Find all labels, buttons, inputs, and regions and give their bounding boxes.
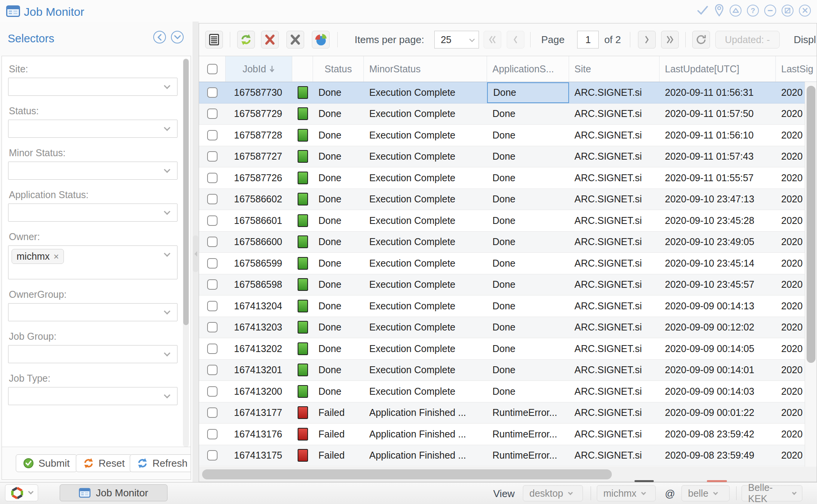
table-row[interactable]: 167413203DoneExecution CompleteDoneARC.S…: [199, 317, 817, 339]
selector-field-select[interactable]: [8, 345, 177, 363]
reset-button[interactable]: Reset: [76, 454, 132, 472]
table-row[interactable]: 167413177FailedApplication Finished ...R…: [199, 402, 817, 424]
table-row[interactable]: 167587726DoneExecution CompleteDoneARC.S…: [199, 167, 817, 189]
table-row[interactable]: 167586599DoneExecution CompleteDoneARC.S…: [199, 253, 817, 274]
selector-field-select[interactable]: [8, 120, 177, 138]
column-header-status-icon[interactable]: [292, 56, 313, 82]
grid-horizontal-scrollbar-thumb[interactable]: [202, 469, 612, 479]
grid-vertical-scrollbar[interactable]: [805, 82, 817, 467]
setup-dropdown[interactable]: Belle-KEK: [742, 485, 802, 501]
prev-page-button[interactable]: [507, 31, 524, 48]
cell-last_update: 2020-09-09 00:14:05: [660, 338, 776, 359]
selector-field-select[interactable]: [8, 204, 177, 222]
row-checkbox[interactable]: [207, 344, 218, 354]
refresh-button[interactable]: Refresh: [130, 454, 191, 472]
table-row[interactable]: 167586602DoneExecution CompleteDoneARC.S…: [199, 189, 817, 210]
row-checkbox[interactable]: [207, 258, 218, 269]
cell-minor_status: Execution Complete: [364, 360, 487, 381]
column-header-jobid[interactable]: JobId: [226, 56, 292, 82]
row-checkbox[interactable]: [207, 237, 218, 247]
row-checkbox[interactable]: [207, 173, 218, 183]
maximize-icon[interactable]: [782, 5, 794, 17]
table-row[interactable]: 167413175FailedApplication Finished ...R…: [199, 445, 817, 467]
delete-button[interactable]: [286, 31, 304, 48]
table-row[interactable]: 167413202DoneExecution CompleteDoneARC.S…: [199, 338, 817, 360]
row-checkbox[interactable]: [207, 322, 218, 332]
table-row[interactable]: 167413200DoneExecution CompleteDoneARC.S…: [199, 381, 817, 402]
table-row[interactable]: 167413201DoneExecution CompleteDoneARC.S…: [199, 360, 817, 381]
cell-minor_status: Execution Complete: [364, 317, 487, 338]
collapse-window-icon[interactable]: [730, 5, 742, 17]
select-all-checkbox[interactable]: [199, 56, 226, 82]
expand-sidebar-button[interactable]: [171, 31, 184, 43]
grid-vertical-scrollbar-thumb[interactable]: [807, 86, 815, 363]
sidebar-scrollbar-thumb[interactable]: [183, 59, 189, 325]
menu-logo-button[interactable]: [5, 484, 38, 501]
collapse-sidebar-button[interactable]: [153, 31, 166, 43]
auto-refresh-button[interactable]: [692, 31, 710, 48]
selector-field-select[interactable]: [8, 387, 177, 405]
selector-field-select[interactable]: [8, 303, 177, 321]
reschedule-button[interactable]: [237, 31, 255, 48]
pin-icon[interactable]: [714, 4, 724, 17]
status-square-cell: [292, 210, 313, 231]
apply-check-icon[interactable]: [696, 5, 709, 16]
column-header-applicationstatus[interactable]: ApplicationS...: [487, 56, 569, 82]
row-checkbox[interactable]: [207, 215, 218, 226]
next-page-button[interactable]: [638, 31, 656, 48]
submit-button[interactable]: Submit: [16, 454, 77, 472]
row-checkbox[interactable]: [207, 151, 218, 162]
table-row[interactable]: 167413204DoneExecution CompleteDoneARC.S…: [199, 295, 817, 317]
updated-status-button[interactable]: Updated: -: [715, 31, 780, 48]
last-page-button[interactable]: [661, 31, 679, 48]
column-header-status[interactable]: Status: [313, 56, 364, 82]
row-checkbox[interactable]: [207, 386, 218, 397]
row-checkbox[interactable]: [207, 407, 218, 418]
menu-button[interactable]: [205, 31, 223, 48]
user-dropdown[interactable]: michmx: [597, 485, 656, 501]
taskbar-job-monitor-button[interactable]: Job Monitor: [60, 484, 167, 501]
grid-horizontal-scrollbar[interactable]: [199, 467, 817, 482]
close-icon[interactable]: [799, 5, 811, 17]
table-row[interactable]: 167587730DoneExecution CompleteDoneARC.S…: [199, 82, 817, 103]
sidebar-scrollbar[interactable]: [183, 58, 189, 447]
help-icon[interactable]: ?: [747, 5, 759, 17]
tag-remove-icon[interactable]: ×: [54, 252, 59, 261]
page-number-input[interactable]: 1: [577, 31, 599, 48]
statistics-button[interactable]: [312, 31, 330, 48]
row-checkbox[interactable]: [207, 429, 218, 439]
group-dropdown[interactable]: belle: [681, 485, 730, 501]
column-header-site[interactable]: Site: [569, 56, 660, 82]
column-header-lastupdate[interactable]: LastUpdate[UTC]: [660, 56, 776, 82]
row-checkbox[interactable]: [207, 130, 218, 140]
row-checkbox[interactable]: [207, 87, 218, 98]
row-checkbox[interactable]: [207, 108, 218, 119]
row-checkbox[interactable]: [207, 301, 218, 311]
table-row[interactable]: 167413176FailedApplication Finished ...R…: [199, 424, 817, 445]
row-checkbox[interactable]: [207, 279, 218, 290]
table-row[interactable]: 167586600DoneExecution CompleteDoneARC.S…: [199, 232, 817, 253]
table-row[interactable]: 167586598DoneExecution CompleteDoneARC.S…: [199, 274, 817, 296]
table-row[interactable]: 167587729DoneExecution CompleteDoneARC.S…: [199, 103, 817, 125]
selector-field-select[interactable]: [8, 162, 177, 180]
cell-application_status: Done: [487, 82, 569, 103]
first-page-button[interactable]: [484, 31, 501, 48]
row-checkbox[interactable]: [207, 194, 218, 204]
submit-check-icon: [23, 458, 34, 469]
owner-tag[interactable]: michmx×: [12, 249, 64, 264]
table-row[interactable]: 167586601DoneExecution CompleteDoneARC.S…: [199, 210, 817, 232]
row-checkbox[interactable]: [207, 450, 218, 461]
items-per-page-select[interactable]: 25: [434, 31, 479, 48]
table-row[interactable]: 167587727DoneExecution CompleteDoneARC.S…: [199, 146, 817, 168]
selector-field-select[interactable]: michmx×: [8, 245, 177, 279]
row-checkbox[interactable]: [207, 365, 218, 375]
splitter-collapse-handle[interactable]: [193, 235, 198, 272]
column-header-minorstatus[interactable]: MinorStatus: [364, 56, 487, 82]
panel-splitter[interactable]: [193, 22, 199, 482]
view-mode-dropdown[interactable]: desktop: [523, 485, 583, 501]
selector-field-select[interactable]: [8, 78, 177, 96]
table-row[interactable]: 167587728DoneExecution CompleteDoneARC.S…: [199, 125, 817, 146]
kill-button[interactable]: [261, 31, 279, 48]
minimize-icon[interactable]: [764, 5, 776, 17]
column-header-lastsignoflife[interactable]: LastSig: [776, 56, 817, 82]
